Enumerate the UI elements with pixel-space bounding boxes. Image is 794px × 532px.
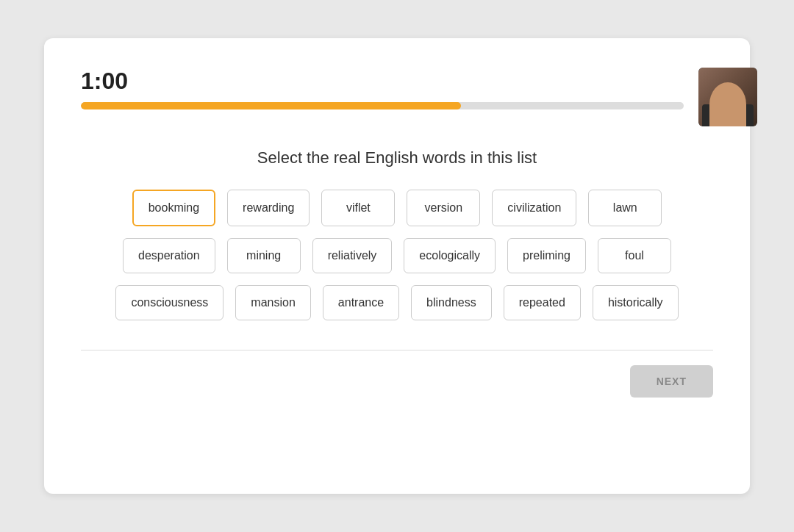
word-mansion[interactable]: mansion bbox=[235, 285, 310, 320]
word-consciousness[interactable]: consciousness bbox=[115, 285, 223, 320]
word-viflet[interactable]: viflet bbox=[321, 190, 395, 226]
app-container: 1:00 Select the real English words in th… bbox=[0, 0, 794, 532]
word-reliatively[interactable]: reliatively bbox=[312, 238, 393, 273]
word-antrance[interactable]: antrance bbox=[323, 285, 399, 320]
footer: NEXT bbox=[81, 365, 713, 398]
word-civilization[interactable]: civilization bbox=[492, 190, 576, 226]
word-ecologically[interactable]: ecologically bbox=[404, 238, 496, 273]
word-blindness[interactable]: blindness bbox=[411, 285, 492, 320]
quiz-card: 1:00 Select the real English words in th… bbox=[44, 38, 750, 494]
avatar-image bbox=[698, 68, 757, 126]
word-lawn[interactable]: lawn bbox=[588, 190, 662, 226]
question-title: Select the real English words in this li… bbox=[81, 148, 713, 168]
word-bookming[interactable]: bookming bbox=[132, 190, 215, 226]
word-historically[interactable]: historically bbox=[593, 285, 679, 320]
words-row-2: desperation mining reliatively ecologica… bbox=[123, 238, 671, 273]
word-preliming[interactable]: preliming bbox=[507, 238, 586, 273]
word-desperation[interactable]: desperation bbox=[123, 238, 215, 273]
next-button[interactable]: NEXT bbox=[630, 365, 713, 398]
progress-bar-fill bbox=[81, 102, 461, 109]
timer-display: 1:00 bbox=[81, 68, 684, 95]
progress-bar-container bbox=[81, 102, 684, 109]
timer-section: 1:00 bbox=[81, 68, 684, 109]
words-grid: bookming rewarding viflet version civili… bbox=[81, 190, 713, 320]
word-foul[interactable]: foul bbox=[598, 238, 671, 273]
section-divider bbox=[81, 350, 713, 351]
word-mining[interactable]: mining bbox=[227, 238, 301, 273]
avatar bbox=[698, 68, 757, 126]
header: 1:00 bbox=[81, 68, 713, 126]
word-repeated[interactable]: repeated bbox=[504, 285, 581, 320]
word-version[interactable]: version bbox=[407, 190, 480, 226]
words-row-1: bookming rewarding viflet version civili… bbox=[132, 190, 662, 226]
word-rewarding[interactable]: rewarding bbox=[227, 190, 310, 226]
words-row-3: consciousness mansion antrance blindness… bbox=[115, 285, 678, 320]
